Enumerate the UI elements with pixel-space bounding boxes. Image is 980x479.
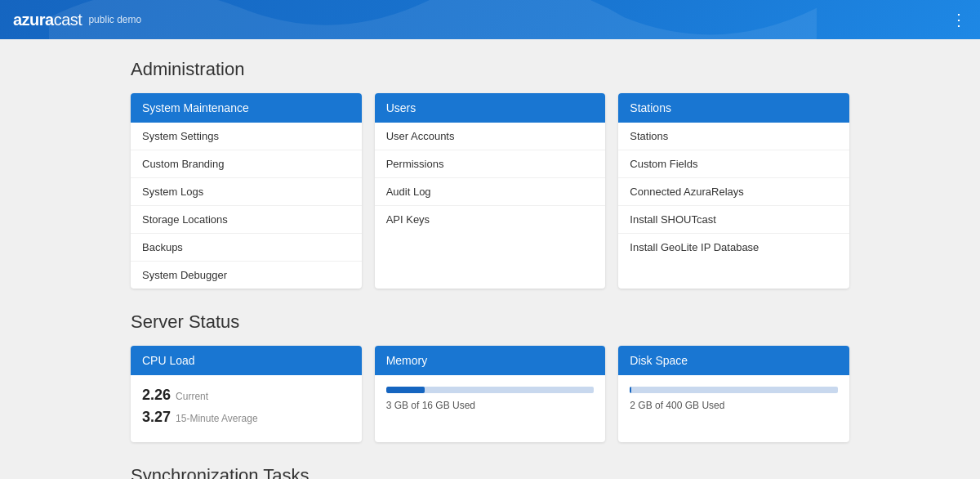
audit-log-link[interactable]: Audit Log <box>375 178 606 206</box>
users-header: Users <box>375 93 606 123</box>
system-debugger-link[interactable]: System Debugger <box>131 262 362 289</box>
sync-tasks-title: Synchronization Tasks <box>131 465 849 479</box>
admin-section-title: Administration <box>131 59 849 80</box>
system-maintenance-card: System Maintenance System Settings Custo… <box>131 93 362 289</box>
menu-icon[interactable]: ⋮ <box>951 10 967 29</box>
cpu-card: CPU Load 2.26 Current 3.27 15-Minute Ave… <box>131 346 362 442</box>
stations-body: Stations Custom Fields Connected AzuraRe… <box>618 123 849 261</box>
disk-body: 2 GB of 400 GB Used <box>618 375 849 423</box>
header: azuracast public demo ⋮ <box>0 0 980 39</box>
memory-body: 3 GB of 16 GB Used <box>375 375 606 423</box>
user-accounts-link[interactable]: User Accounts <box>375 123 606 150</box>
stations-card: Stations Stations Custom Fields Connecte… <box>618 93 849 289</box>
disk-card: Disk Space 2 GB of 400 GB Used <box>618 346 849 442</box>
install-geolite-link[interactable]: Install GeoLite IP Database <box>618 234 849 261</box>
stations-header: Stations <box>618 93 849 123</box>
brand: azuracast public demo <box>13 11 141 29</box>
install-shoutcast-link[interactable]: Install SHOUTcast <box>618 206 849 234</box>
memory-card: Memory 3 GB of 16 GB Used <box>375 346 606 442</box>
system-maintenance-body: System Settings Custom Branding System L… <box>131 123 362 289</box>
main-content: Administration System Maintenance System… <box>0 39 980 479</box>
disk-progress-fill <box>630 387 630 393</box>
custom-fields-link[interactable]: Custom Fields <box>618 150 849 178</box>
system-maintenance-header: System Maintenance <box>131 93 362 123</box>
api-keys-link[interactable]: API Keys <box>375 206 606 233</box>
memory-progress-container <box>386 387 595 393</box>
disk-label: 2 GB of 400 GB Used <box>630 400 838 411</box>
system-logs-link[interactable]: System Logs <box>131 178 362 206</box>
storage-locations-link[interactable]: Storage Locations <box>131 206 362 234</box>
disk-header: Disk Space <box>618 346 849 375</box>
backups-link[interactable]: Backups <box>131 234 362 262</box>
memory-header: Memory <box>375 346 606 375</box>
users-card: Users User Accounts Permissions Audit Lo… <box>375 93 606 289</box>
header-subtitle: public demo <box>88 14 141 25</box>
cpu-average-value: 3.27 <box>142 409 171 426</box>
cpu-body: 2.26 Current 3.27 15-Minute Average <box>131 375 362 442</box>
status-grid: CPU Load 2.26 Current 3.27 15-Minute Ave… <box>131 346 849 442</box>
connected-azurarelays-link[interactable]: Connected AzuraRelays <box>618 178 849 206</box>
logo: azuracast <box>13 11 82 29</box>
cpu-current: 2.26 Current <box>142 387 350 404</box>
disk-progress-container <box>630 387 838 393</box>
system-settings-link[interactable]: System Settings <box>131 123 362 150</box>
users-body: User Accounts Permissions Audit Log API … <box>375 123 606 233</box>
permissions-link[interactable]: Permissions <box>375 150 606 178</box>
memory-label: 3 GB of 16 GB Used <box>386 400 595 411</box>
admin-card-grid: System Maintenance System Settings Custo… <box>131 93 849 289</box>
custom-branding-link[interactable]: Custom Branding <box>131 150 362 178</box>
cpu-average-label: 15-Minute Average <box>176 413 258 424</box>
cpu-current-label: Current <box>176 391 208 402</box>
cpu-current-value: 2.26 <box>142 387 171 404</box>
cpu-average: 3.27 15-Minute Average <box>142 409 350 426</box>
memory-progress-fill <box>386 387 425 393</box>
server-status-title: Server Status <box>131 311 849 333</box>
cpu-header: CPU Load <box>131 346 362 375</box>
stations-link[interactable]: Stations <box>618 123 849 150</box>
